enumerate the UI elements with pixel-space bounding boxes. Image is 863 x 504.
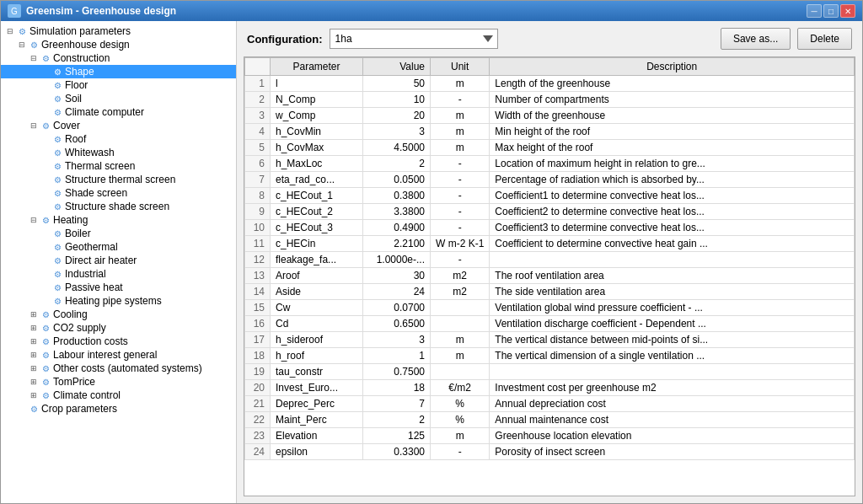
table-row[interactable]: 22Maint_Perc2%Annual maintenance cost bbox=[245, 412, 855, 428]
sidebar-item-construction[interactable]: ⊟⚙Construction bbox=[1, 51, 236, 65]
table-row[interactable]: 14Aside24m2The side ventilation area bbox=[245, 284, 855, 300]
sidebar-item-climate-control[interactable]: ⊞⚙Climate control bbox=[1, 389, 236, 402]
sidebar-item-cooling[interactable]: ⊞⚙Cooling bbox=[1, 308, 236, 321]
tree-toggle-thermal-screen[interactable] bbox=[40, 160, 51, 172]
sidebar-item-direct-air-heater[interactable]: ⚙Direct air heater bbox=[1, 254, 236, 267]
sidebar-item-labour-interest-general[interactable]: ⊞⚙Labour interest general bbox=[1, 348, 236, 362]
save-as-button[interactable]: Save as... bbox=[721, 28, 791, 50]
table-row[interactable]: 13Aroof30m2The roof ventilation area bbox=[245, 268, 855, 284]
table-row[interactable]: 8c_HECout_10.3800-Coefficient1 to determ… bbox=[245, 188, 855, 204]
config-select[interactable]: 1ha2ha5ha bbox=[330, 29, 498, 49]
table-row[interactable]: 5h_CovMax4.5000mMax height of the roof bbox=[245, 140, 855, 156]
cell-desc: Width of the greenhouse bbox=[490, 108, 855, 124]
tree-toggle-floor[interactable] bbox=[40, 79, 51, 91]
table-row[interactable]: 16Cd0.6500Ventilation discharge coeffici… bbox=[245, 316, 855, 332]
tree-toggle-roof[interactable] bbox=[40, 133, 51, 145]
delete-button[interactable]: Delete bbox=[797, 28, 852, 50]
tree-toggle-other-costs[interactable]: ⊞ bbox=[28, 362, 40, 374]
table-row[interactable]: 19tau_constr0.7500 bbox=[245, 364, 855, 380]
cell-value: 0.7500 bbox=[363, 364, 431, 380]
sidebar-item-passive-heat[interactable]: ⚙Passive heat bbox=[1, 281, 236, 294]
sidebar-item-cover[interactable]: ⊟⚙Cover bbox=[1, 119, 236, 132]
table-row[interactable]: 9c_HECout_23.3800-Coefficient2 to determ… bbox=[245, 204, 855, 220]
table-row[interactable]: 18h_roof1mThe vertical dimension of a si… bbox=[245, 348, 855, 364]
tree-toggle-boiler[interactable] bbox=[40, 228, 51, 239]
sidebar-item-climate-computer[interactable]: ⚙Climate computer bbox=[1, 105, 236, 119]
sidebar-item-tomprice[interactable]: ⊞⚙TomPrice bbox=[1, 375, 236, 389]
sidebar-item-sim-params[interactable]: ⊟⚙Simulation parameters bbox=[1, 24, 236, 38]
tree-toggle-geothermal[interactable] bbox=[40, 241, 51, 253]
tree-toggle-co2-supply[interactable]: ⊞ bbox=[28, 322, 40, 334]
table-row[interactable]: 11c_HECin2.2100W m-2 K-1Coefficient to d… bbox=[245, 236, 855, 252]
tree-toggle-sim-params[interactable]: ⊟ bbox=[4, 25, 16, 37]
sidebar-item-boiler[interactable]: ⚙Boiler bbox=[1, 227, 236, 240]
table-row[interactable]: 1l50mLength of the greenhouse bbox=[245, 76, 855, 92]
minimize-button[interactable]: ─ bbox=[807, 4, 822, 18]
sidebar-item-industrial[interactable]: ⚙Industrial bbox=[1, 267, 236, 281]
cell-param: fleakage_fa... bbox=[271, 252, 363, 268]
sidebar-item-structure-thermal-screen[interactable]: ⚙Structure thermal screen bbox=[1, 173, 236, 186]
tree-label-other-costs: Other costs (automated systems) bbox=[53, 362, 202, 374]
table-row[interactable]: 15Cw0.0700Ventilation global wind pressu… bbox=[245, 300, 855, 316]
sidebar-item-roof[interactable]: ⚙Roof bbox=[1, 132, 236, 146]
sidebar-item-greenhouse-design[interactable]: ⊟⚙Greenhouse design bbox=[1, 38, 236, 51]
tree-toggle-passive-heat[interactable] bbox=[40, 281, 51, 293]
sidebar-item-whitewash[interactable]: ⚙Whitewash bbox=[1, 146, 236, 159]
tree-toggle-construction[interactable]: ⊟ bbox=[28, 52, 40, 64]
cell-value: 2.2100 bbox=[363, 236, 431, 252]
tree-toggle-labour-interest-general[interactable]: ⊞ bbox=[28, 349, 40, 361]
sidebar-item-other-costs[interactable]: ⊞⚙Other costs (automated systems) bbox=[1, 362, 236, 375]
tree-label-geothermal: Geothermal bbox=[65, 241, 118, 253]
table-row[interactable]: 20Invest_Euro...18€/m2Investment cost pe… bbox=[245, 380, 855, 396]
tree-toggle-structure-thermal-screen[interactable] bbox=[40, 174, 51, 185]
table-row[interactable]: 12fleakage_fa...1.0000e-...- bbox=[245, 252, 855, 268]
table-row[interactable]: 6h_MaxLoc2-Location of maximum height in… bbox=[245, 156, 855, 172]
sidebar-item-co2-supply[interactable]: ⊞⚙CO2 supply bbox=[1, 321, 236, 335]
tree-toggle-cover[interactable]: ⊟ bbox=[28, 120, 40, 131]
tree-label-structure-thermal-screen: Structure thermal screen bbox=[65, 174, 175, 185]
tree-toggle-shade-screen[interactable] bbox=[40, 187, 51, 199]
table-row[interactable]: 4h_CovMin3mMin height of the roof bbox=[245, 124, 855, 140]
cell-desc bbox=[490, 364, 855, 380]
sidebar-item-heating[interactable]: ⊟⚙Heating bbox=[1, 213, 236, 227]
tree-toggle-shape[interactable] bbox=[40, 66, 51, 78]
sidebar-item-soil[interactable]: ⚙Soil bbox=[1, 92, 236, 105]
restore-button[interactable]: □ bbox=[823, 4, 839, 18]
sidebar-item-crop-parameters[interactable]: ⚙Crop parameters bbox=[1, 402, 236, 416]
table-row[interactable]: 3w_Comp20mWidth of the greenhouse bbox=[245, 108, 855, 124]
tree-toggle-structure-shade-screen[interactable] bbox=[40, 201, 51, 212]
tree-toggle-tomprice[interactable]: ⊞ bbox=[28, 376, 40, 388]
table-row[interactable]: 17h_sideroof3mThe vertical distance betw… bbox=[245, 332, 855, 348]
tree-toggle-greenhouse-design[interactable]: ⊟ bbox=[16, 39, 28, 51]
cell-desc: Investment cost per greenhouse m2 bbox=[490, 380, 855, 396]
table-row[interactable]: 2N_Comp10-Number of compartments bbox=[245, 92, 855, 108]
table-row[interactable]: 24epsilon0.3300-Porosity of insect scree… bbox=[245, 444, 855, 460]
config-label: Configuration: bbox=[247, 33, 323, 46]
tree-toggle-climate-computer[interactable] bbox=[40, 106, 51, 118]
tree-toggle-production-costs[interactable]: ⊞ bbox=[28, 335, 40, 347]
tree-toggle-heating[interactable]: ⊟ bbox=[28, 214, 40, 226]
tree-toggle-climate-control[interactable]: ⊞ bbox=[28, 389, 40, 401]
tree-toggle-soil[interactable] bbox=[40, 93, 51, 105]
titlebar-controls: ─ □ ✕ bbox=[807, 4, 855, 18]
close-button[interactable]: ✕ bbox=[840, 4, 855, 18]
sidebar-item-production-costs[interactable]: ⊞⚙Production costs bbox=[1, 335, 236, 348]
table-row[interactable]: 7eta_rad_co...0.0500-Percentage of radia… bbox=[245, 172, 855, 188]
sidebar-item-heating-pipe-systems[interactable]: ⚙Heating pipe systems bbox=[1, 294, 236, 308]
tree-toggle-direct-air-heater[interactable] bbox=[40, 255, 51, 266]
sidebar-item-floor[interactable]: ⚙Floor bbox=[1, 78, 236, 92]
sidebar-item-shade-screen[interactable]: ⚙Shade screen bbox=[1, 186, 236, 200]
tree-toggle-crop-parameters[interactable] bbox=[16, 403, 28, 415]
sidebar-item-shape[interactable]: ⚙Shape bbox=[1, 65, 236, 78]
sidebar-item-thermal-screen[interactable]: ⚙Thermal screen bbox=[1, 159, 236, 173]
table-scroll[interactable]: Parameter Value Unit Description 1l50mLe… bbox=[244, 57, 855, 496]
table-row[interactable]: 23Elevation125mGreenhouse location eleva… bbox=[245, 428, 855, 444]
tree-toggle-cooling[interactable]: ⊞ bbox=[28, 308, 40, 320]
table-row[interactable]: 10c_HECout_30.4900-Coefficient3 to deter… bbox=[245, 220, 855, 236]
tree-toggle-whitewash[interactable] bbox=[40, 147, 51, 158]
sidebar-item-structure-shade-screen[interactable]: ⚙Structure shade screen bbox=[1, 200, 236, 213]
table-row[interactable]: 21Deprec_Perc7%Annual depreciation cost bbox=[245, 396, 855, 412]
tree-toggle-industrial[interactable] bbox=[40, 268, 51, 280]
sidebar-item-geothermal[interactable]: ⚙Geothermal bbox=[1, 240, 236, 254]
tree-toggle-heating-pipe-systems[interactable] bbox=[40, 295, 51, 307]
